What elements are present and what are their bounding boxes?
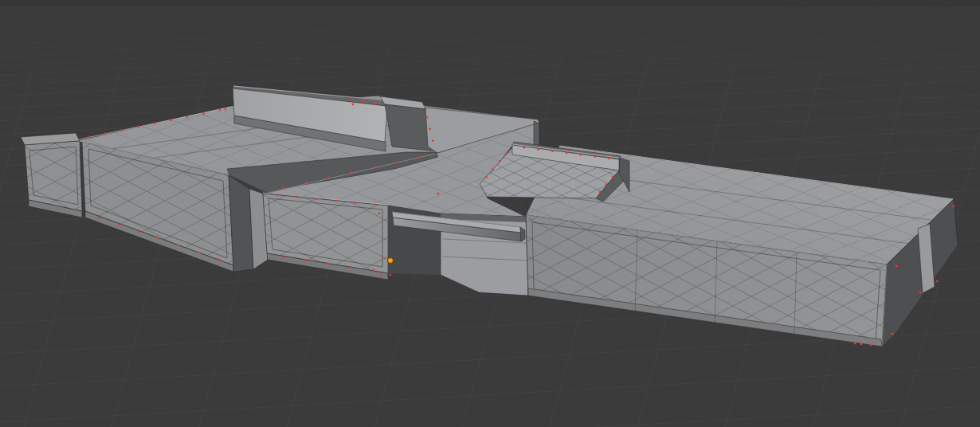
face-back-strip-end[interactable] [534,121,539,147]
object-origin-point[interactable] [388,258,394,264]
horizon-fade [0,0,980,96]
mesh-object-blockout[interactable] [21,85,958,347]
blender-3d-viewport[interactable] [0,0,980,427]
viewport-top-shade [0,0,980,7]
